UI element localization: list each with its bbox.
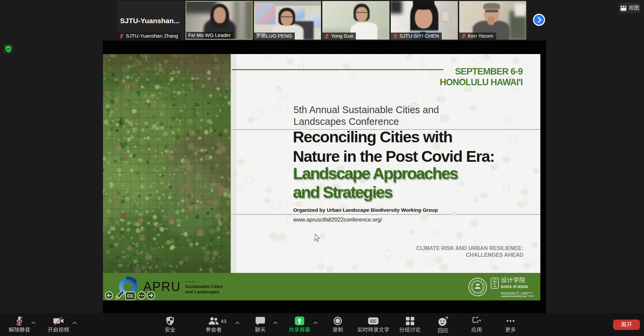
svg-text:SJTU: SJTU	[493, 279, 496, 281]
svg-text:CC: CC	[127, 293, 133, 298]
svg-text:CC: CC	[370, 319, 376, 324]
